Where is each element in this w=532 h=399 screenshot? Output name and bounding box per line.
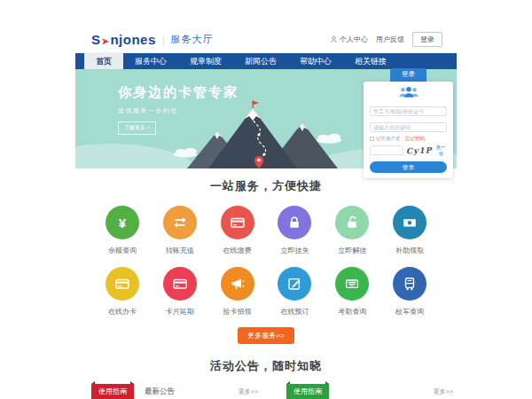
service-item-online-booking[interactable]: 在线预订 xyxy=(269,267,320,317)
username-input[interactable] xyxy=(370,106,447,116)
user-feedback-link[interactable]: 用户反馈 xyxy=(376,35,404,44)
login-panel: 登录 记住用户名 | 忘记密码 Cy1P 换一张 xyxy=(364,64,453,178)
usage-guide-ribbon-left[interactable]: 使用指南 xyxy=(91,384,134,399)
services-title: 一站服务，方便快捷 xyxy=(75,178,457,194)
user-feedback-label: 用户反馈 xyxy=(376,35,404,44)
page-container: S➤njones | 服务大厅 个人中心 用户反馈 登录 首页 服务中心 规章制… xyxy=(75,27,457,399)
service-item-apply-card[interactable]: 在线办卡 xyxy=(97,267,148,317)
service-item-subsidy[interactable]: 补助领取 xyxy=(384,206,435,255)
person-icon xyxy=(330,35,338,43)
password-input[interactable] xyxy=(370,122,447,132)
bus-icon xyxy=(402,276,418,292)
nav-item-news[interactable]: 新闻公告 xyxy=(233,53,288,69)
service-item-card-extension[interactable]: 卡片延期 xyxy=(154,267,206,317)
flag-icon xyxy=(253,101,259,106)
captcha-image[interactable]: Cy1P xyxy=(406,145,433,155)
hero-title: 你身边的卡管专家 xyxy=(118,84,239,101)
captcha-row: Cy1P 换一张 xyxy=(370,145,447,157)
hero-banner: 你身边的卡管专家 提供服务一步到位 了解更多 > 登录 记住用户名 | 忘记密码 xyxy=(75,69,457,168)
logo-arrow-icon: ➤ xyxy=(102,36,110,46)
transfer-icon xyxy=(172,215,188,231)
lock-icon xyxy=(286,215,302,231)
announcements-title: 活动公告，随时知晓 xyxy=(75,358,457,374)
personal-center-label: 个人中心 xyxy=(340,35,368,44)
captcha-input[interactable] xyxy=(370,145,403,155)
card-icon xyxy=(114,276,130,292)
top-right-links: 个人中心 用户反馈 登录 xyxy=(330,32,442,47)
header-login-button[interactable]: 登录 xyxy=(412,32,442,47)
hero-cta-button[interactable]: 了解更多 > xyxy=(118,121,156,135)
megaphone-icon xyxy=(230,276,246,292)
cloud-left xyxy=(174,148,197,158)
services-row-1: ¥ 余额查询 转账充值 在线缴费 立即挂失 xyxy=(75,206,457,255)
personal-center-link[interactable]: 个人中心 xyxy=(330,35,368,44)
login-submit-button[interactable]: 登录 xyxy=(370,161,447,173)
card-icon xyxy=(230,215,246,231)
nav-item-home[interactable]: 首页 xyxy=(84,53,123,69)
services-row-2: 在线办卡 卡片延期 拾卡招领 在线预订 xyxy=(75,267,457,317)
more-link-left[interactable]: 更多>> xyxy=(239,387,258,396)
remember-divider: | xyxy=(403,136,403,141)
logo[interactable]: S➤njones | 服务大厅 xyxy=(91,32,214,47)
site-name: 服务大厅 xyxy=(171,33,214,46)
more-link-right[interactable]: 更多>> xyxy=(434,387,453,396)
services-section: 一站服务，方便快捷 ¥ 余额查询 转账充值 在线缴费 xyxy=(75,168,457,355)
banknote-icon xyxy=(402,215,418,231)
left-column-header: 使用指南 最新公告 更多>> xyxy=(75,384,262,399)
latest-announcements-tab[interactable]: 最新公告 xyxy=(145,387,175,397)
captcha-refresh-link[interactable]: 换一张 xyxy=(434,145,447,157)
remember-label: 记住用户名 xyxy=(376,136,401,142)
cloud-right xyxy=(317,134,341,144)
more-services-button[interactable]: 更多服务>> xyxy=(238,327,293,344)
edit-icon xyxy=(286,276,302,292)
login-form: 记住用户名 | 忘记密码 Cy1P 换一张 登录 xyxy=(364,82,453,179)
top-bar: S➤njones | 服务大厅 个人中心 用户反馈 登录 xyxy=(75,27,457,53)
unlock-icon xyxy=(344,215,360,231)
nav-item-rules[interactable]: 规章制度 xyxy=(178,53,233,69)
service-item-transfer[interactable]: 转账充值 xyxy=(154,206,206,255)
nav-item-help-center[interactable]: 帮助中心 xyxy=(288,53,343,69)
usage-guide-ribbon-right[interactable]: 使用指南 xyxy=(286,384,329,399)
card-icon xyxy=(172,276,188,292)
keyboard-icon xyxy=(344,276,360,292)
announcement-columns: 使用指南 最新公告 更多>> 使用指南 更多>> xyxy=(75,384,457,399)
logo-text: S➤njones xyxy=(91,32,156,47)
forgot-password-link[interactable]: 忘记密码 xyxy=(405,136,425,142)
hero-subtitle: 提供服务一步到位 xyxy=(118,106,239,115)
logo-divider: | xyxy=(162,35,165,45)
service-item-lost-found[interactable]: 拾卡招领 xyxy=(212,267,263,317)
remember-checkbox[interactable] xyxy=(370,137,374,141)
remember-row: 记住用户名 | 忘记密码 xyxy=(370,136,447,142)
nav-item-service-center[interactable]: 服务中心 xyxy=(123,53,178,69)
hero-text: 你身边的卡管专家 提供服务一步到位 了解更多 > xyxy=(118,84,239,135)
service-item-balance[interactable]: ¥ 余额查询 xyxy=(97,206,148,255)
yen-icon: ¥ xyxy=(119,215,126,231)
service-item-online-payment[interactable]: 在线缴费 xyxy=(212,206,263,255)
announcements-section: 活动公告，随时知晓 使用指南 最新公告 更多>> 使用指南 更多>> xyxy=(75,355,457,399)
service-item-attendance[interactable]: 考勤查询 xyxy=(326,267,378,317)
announcement-column-left: 使用指南 最新公告 更多>> xyxy=(75,384,262,399)
service-item-school-bus[interactable]: 校车查询 xyxy=(384,267,435,317)
login-tab[interactable]: 登录 xyxy=(390,68,426,82)
users-group-icon xyxy=(396,86,421,98)
right-column-header: 使用指南 更多>> xyxy=(270,384,457,399)
service-item-report-loss[interactable]: 立即挂失 xyxy=(269,206,320,255)
announcement-column-right: 使用指南 更多>> xyxy=(270,384,457,399)
service-item-unfreeze[interactable]: 立即解挂 xyxy=(326,206,378,255)
